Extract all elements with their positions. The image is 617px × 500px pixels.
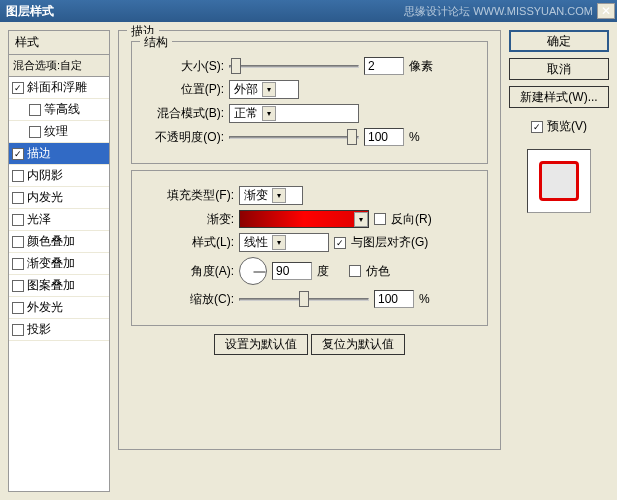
reverse-checkbox[interactable]	[374, 213, 386, 225]
style-checkbox[interactable]	[12, 302, 24, 314]
cancel-button[interactable]: 取消	[509, 58, 609, 80]
watermark: 思缘设计论坛 WWW.MISSYUAN.COM	[404, 4, 593, 19]
blend-mode-label: 混合模式(B):	[144, 105, 224, 122]
style-item-label: 等高线	[44, 101, 80, 118]
style-item-label: 描边	[27, 145, 51, 162]
style-item-label: 斜面和浮雕	[27, 79, 87, 96]
structure-label: 结构	[140, 34, 172, 51]
style-checkbox[interactable]: ✓	[12, 148, 24, 160]
preview-box	[527, 149, 591, 213]
style-item-8[interactable]: 渐变叠加	[9, 253, 109, 275]
style-item-2[interactable]: 纹理	[9, 121, 109, 143]
style-item-label: 外发光	[27, 299, 63, 316]
style-item-label: 内阴影	[27, 167, 63, 184]
side-buttons: 确定 取消 新建样式(W)... ✓ 预览(V)	[509, 30, 609, 492]
style-item-7[interactable]: 颜色叠加	[9, 231, 109, 253]
gradient-swatch[interactable]: ▾	[239, 210, 369, 228]
reverse-label: 反向(R)	[391, 211, 432, 228]
ok-button[interactable]: 确定	[509, 30, 609, 52]
reset-default-button[interactable]: 复位为默认值	[311, 334, 405, 355]
style-item-1[interactable]: 等高线	[9, 99, 109, 121]
opacity-input[interactable]	[364, 128, 404, 146]
preview-checkbox[interactable]: ✓	[531, 121, 543, 133]
preview-label: 预览(V)	[547, 118, 587, 135]
opacity-unit: %	[409, 130, 420, 144]
style-item-label: 投影	[27, 321, 51, 338]
chevron-down-icon: ▾	[262, 106, 276, 121]
size-unit: 像素	[409, 58, 433, 75]
style-checkbox[interactable]	[12, 258, 24, 270]
scale-unit: %	[419, 292, 430, 306]
style-item-5[interactable]: 内发光	[9, 187, 109, 209]
chevron-down-icon: ▾	[272, 188, 286, 203]
opacity-label: 不透明度(O):	[144, 129, 224, 146]
style-checkbox[interactable]	[12, 214, 24, 226]
style-item-4[interactable]: 内阴影	[9, 165, 109, 187]
style-item-0[interactable]: ✓斜面和浮雕	[9, 77, 109, 99]
style-checkbox[interactable]: ✓	[12, 82, 24, 94]
style-item-10[interactable]: 外发光	[9, 297, 109, 319]
style-dropdown[interactable]: 线性▾	[239, 233, 329, 252]
size-label: 大小(S):	[144, 58, 224, 75]
angle-label: 角度(A):	[144, 263, 234, 280]
angle-unit: 度	[317, 263, 329, 280]
styles-list-panel: 样式 混合选项:自定 ✓斜面和浮雕等高线纹理✓描边内阴影内发光光泽颜色叠加渐变叠…	[8, 30, 110, 492]
style-checkbox[interactable]	[12, 280, 24, 292]
style-item-label: 图案叠加	[27, 277, 75, 294]
dialog-body: 样式 混合选项:自定 ✓斜面和浮雕等高线纹理✓描边内阴影内发光光泽颜色叠加渐变叠…	[0, 22, 617, 500]
close-icon: ✕	[601, 4, 611, 18]
style-checkbox[interactable]	[29, 126, 41, 138]
style-checkbox[interactable]	[12, 170, 24, 182]
scale-input[interactable]	[374, 290, 414, 308]
size-input[interactable]	[364, 57, 404, 75]
angle-dial[interactable]	[239, 257, 267, 285]
position-label: 位置(P):	[144, 81, 224, 98]
style-item-label: 颜色叠加	[27, 233, 75, 250]
scale-slider[interactable]	[239, 290, 369, 308]
structure-fieldset: 结构 大小(S): 像素 位置(P): 外部▾ 混合模式(B): 正常▾ 不透明…	[131, 41, 488, 164]
style-item-label: 纹理	[44, 123, 68, 140]
chevron-down-icon: ▾	[272, 235, 286, 250]
styles-header: 样式	[9, 31, 109, 55]
blend-mode-dropdown[interactable]: 正常▾	[229, 104, 359, 123]
main-panel: 描边 结构 大小(S): 像素 位置(P): 外部▾ 混合模式(B): 正常▾	[118, 30, 501, 492]
fill-fieldset: 填充类型(F): 渐变▾ 渐变: ▾ 反向(R) 样式(L): 线性▾ ✓ 与图…	[131, 170, 488, 326]
new-style-button[interactable]: 新建样式(W)...	[509, 86, 609, 108]
blend-options-label[interactable]: 混合选项:自定	[9, 55, 109, 77]
style-label: 样式(L):	[144, 234, 234, 251]
style-checkbox[interactable]	[29, 104, 41, 116]
opacity-slider[interactable]	[229, 128, 359, 146]
position-dropdown[interactable]: 外部▾	[229, 80, 299, 99]
style-item-3[interactable]: ✓描边	[9, 143, 109, 165]
chevron-down-icon: ▾	[262, 82, 276, 97]
style-checkbox[interactable]	[12, 192, 24, 204]
preview-swatch	[539, 161, 579, 201]
scale-label: 缩放(C):	[144, 291, 234, 308]
dither-checkbox[interactable]	[349, 265, 361, 277]
dither-label: 仿色	[366, 263, 390, 280]
gradient-label: 渐变:	[144, 211, 234, 228]
style-item-9[interactable]: 图案叠加	[9, 275, 109, 297]
size-slider[interactable]	[229, 57, 359, 75]
align-checkbox[interactable]: ✓	[334, 237, 346, 249]
style-checkbox[interactable]	[12, 324, 24, 336]
set-default-button[interactable]: 设置为默认值	[214, 334, 308, 355]
stroke-fieldset: 描边 结构 大小(S): 像素 位置(P): 外部▾ 混合模式(B): 正常▾	[118, 30, 501, 450]
style-item-label: 渐变叠加	[27, 255, 75, 272]
style-checkbox[interactable]	[12, 236, 24, 248]
style-item-label: 光泽	[27, 211, 51, 228]
style-item-label: 内发光	[27, 189, 63, 206]
style-item-11[interactable]: 投影	[9, 319, 109, 341]
align-label: 与图层对齐(G)	[351, 234, 428, 251]
title-text: 图层样式	[6, 3, 404, 20]
chevron-down-icon: ▾	[354, 212, 368, 227]
fill-type-dropdown[interactable]: 渐变▾	[239, 186, 303, 205]
angle-input[interactable]	[272, 262, 312, 280]
titlebar: 图层样式 思缘设计论坛 WWW.MISSYUAN.COM ✕	[0, 0, 617, 22]
close-button[interactable]: ✕	[597, 3, 615, 19]
style-item-6[interactable]: 光泽	[9, 209, 109, 231]
fill-type-label: 填充类型(F):	[144, 187, 234, 204]
